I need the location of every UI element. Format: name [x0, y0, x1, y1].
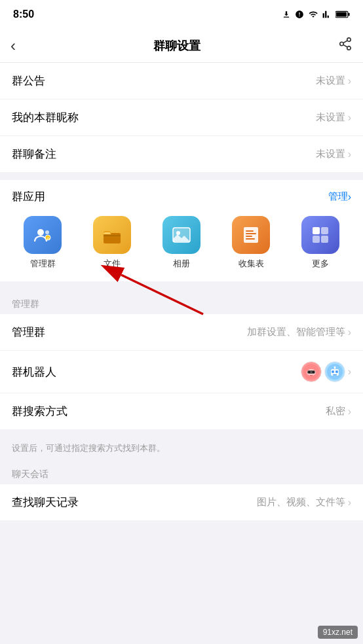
svg-rect-29 [333, 374, 337, 376]
svg-point-3 [37, 229, 44, 236]
status-time: 8:50 [13, 9, 34, 20]
more-svg [311, 225, 330, 245]
app-form-label: 收集表 [239, 258, 264, 270]
note-label: 群聊备注 [12, 147, 56, 162]
app-form-icon [232, 216, 270, 254]
app-file[interactable]: 文件 [77, 216, 147, 270]
search-method-item[interactable]: 群搜索方式 私密 › [0, 393, 363, 429]
announcement-chevron: › [348, 75, 351, 87]
robot-label: 群机器人 [12, 365, 56, 380]
manage-group-item[interactable]: 管理群 加群设置、智能管理等 › [0, 314, 363, 351]
page-title: 群聊设置 [153, 38, 201, 54]
find-record-right: 图片、视频、文件等 › [257, 496, 351, 509]
svg-point-9 [176, 231, 180, 235]
robot-right: › [301, 361, 351, 382]
status-bar: 8:50 [0, 0, 363, 29]
svg-rect-1 [348, 13, 349, 16]
app-manage-icon: ⚙ [24, 216, 62, 254]
section-apps: 群应用 管理 › ⚙ 管理群 [0, 180, 363, 281]
share-button[interactable] [338, 37, 353, 54]
nickname-chevron: › [348, 112, 351, 124]
search-note: 设置后，可通过指定搜索方式找到本群。 [0, 437, 363, 459]
svg-rect-11 [246, 230, 254, 232]
announcement-label: 群公告 [12, 73, 45, 88]
nickname-label: 我的本群昵称 [12, 110, 79, 125]
note-item[interactable]: 群聊备注 未设置 › [0, 136, 363, 172]
search-method-value: 私密 [326, 405, 345, 418]
manage-label: 管理 [328, 190, 348, 203]
wifi-icon [308, 10, 318, 19]
find-record-item[interactable]: 查找聊天记录 图片、视频、文件等 › [0, 484, 363, 520]
app-photo-icon [162, 216, 201, 254]
app-more-icon [301, 216, 339, 254]
nickname-item[interactable]: 我的本群昵称 未设置 › [0, 99, 363, 136]
announcement-right: 未设置 › [316, 75, 351, 87]
content-area: 群公告 未设置 › 我的本群昵称 未设置 › 群聊备注 未设置 › 群应用 [0, 63, 363, 644]
svg-point-24 [312, 371, 314, 373]
photo-svg [171, 224, 192, 245]
app-more[interactable]: 更多 [286, 216, 355, 270]
find-record-label: 查找聊天记录 [12, 495, 79, 510]
status-icons [282, 10, 350, 19]
manage-group-section-label: 管理群 [0, 289, 363, 314]
svg-point-23 [308, 371, 310, 373]
nickname-value: 未设置 [316, 111, 345, 124]
svg-point-27 [332, 370, 334, 373]
robot-chevron: › [348, 366, 351, 378]
svg-rect-16 [321, 227, 328, 234]
watermark: 91xz.net [318, 626, 358, 639]
svg-rect-13 [246, 236, 252, 237]
svg-rect-2 [336, 12, 347, 16]
app-photo[interactable]: 相册 [147, 216, 216, 270]
svg-rect-14 [246, 238, 255, 240]
file-svg [101, 224, 123, 246]
section-basic-settings: 群公告 未设置 › 我的本群昵称 未设置 › 群聊备注 未设置 › [0, 63, 363, 172]
notification-icon [295, 10, 304, 19]
svg-point-4 [45, 230, 49, 234]
download-icon [282, 10, 291, 19]
app-file-icon [93, 216, 131, 254]
manage-group-label: 管理群 [12, 325, 45, 340]
robot-blue-icon [326, 363, 344, 381]
svg-rect-15 [313, 227, 320, 234]
apps-grid: ⚙ 管理群 文件 [0, 211, 363, 281]
announcement-value: 未设置 [316, 75, 345, 87]
robot-avatars [301, 361, 345, 382]
robot-avatar-1 [301, 361, 322, 382]
app-form[interactable]: 收集表 [216, 216, 286, 270]
robot-cat-icon [302, 363, 320, 381]
manage-action[interactable]: 管理 › [328, 190, 351, 203]
section-manage-group: 管理群 加群设置、智能管理等 › 群机器人 [0, 314, 363, 429]
manage-svg: ⚙ [32, 224, 53, 245]
svg-point-31 [334, 367, 335, 368]
signal-icon [322, 10, 332, 19]
share-icon [338, 37, 353, 51]
robot-avatar-2 [324, 361, 345, 382]
robot-item[interactable]: 群机器人 [0, 351, 363, 393]
manage-group-right: 加群设置、智能管理等 › [247, 326, 351, 338]
svg-rect-7 [104, 233, 121, 243]
nickname-right: 未设置 › [316, 111, 351, 124]
svg-point-28 [335, 370, 338, 373]
form-svg [241, 224, 261, 245]
chat-section-label: 聊天会话 [0, 459, 363, 484]
svg-text:⚙: ⚙ [47, 237, 50, 241]
apps-header: 群应用 管理 › [0, 180, 363, 211]
manage-chevron: › [348, 191, 351, 203]
app-manage[interactable]: ⚙ 管理群 [8, 216, 77, 270]
note-right: 未设置 › [316, 148, 351, 160]
announcement-item[interactable]: 群公告 未设置 › [0, 63, 363, 99]
app-more-label: 更多 [312, 258, 329, 270]
note-value: 未设置 [316, 148, 345, 160]
svg-rect-10 [244, 227, 258, 243]
manage-group-value: 加群设置、智能管理等 [247, 326, 345, 338]
apps-title: 群应用 [12, 189, 45, 204]
find-record-value: 图片、视频、文件等 [257, 496, 345, 509]
app-file-label: 文件 [104, 258, 121, 270]
svg-rect-17 [313, 236, 320, 243]
battery-icon [335, 10, 350, 18]
manage-group-chevron: › [348, 327, 351, 338]
back-button[interactable]: ‹ [10, 37, 16, 55]
find-record-chevron: › [348, 497, 351, 509]
section-chat: 查找聊天记录 图片、视频、文件等 › [0, 484, 363, 520]
